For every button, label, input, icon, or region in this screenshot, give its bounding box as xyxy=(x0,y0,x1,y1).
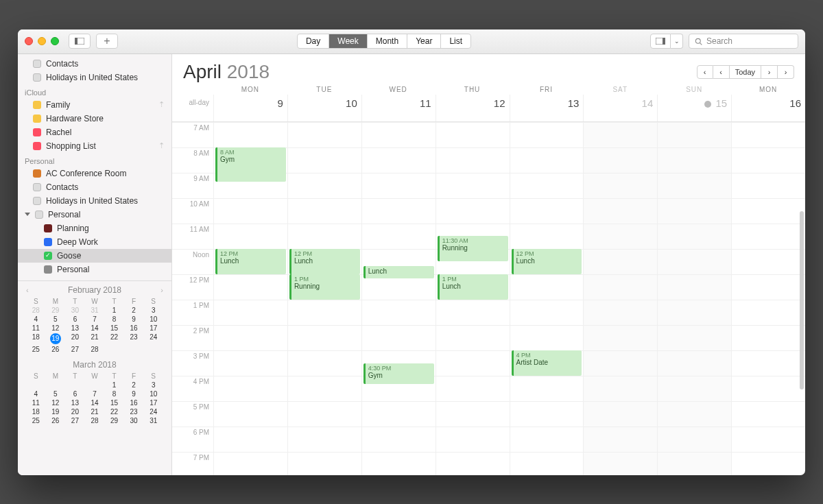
calendar-checkbox[interactable] xyxy=(44,252,52,260)
mini-day[interactable]: 11 xyxy=(26,399,46,407)
mini-day[interactable]: 13 xyxy=(65,399,85,407)
mini-day[interactable]: 28 xyxy=(85,417,105,424)
calendar-checkbox[interactable] xyxy=(33,142,41,150)
mini-prev-button[interactable]: ‹ xyxy=(26,286,29,294)
mini-day[interactable]: 20 xyxy=(65,333,85,344)
mini-day[interactable]: 25 xyxy=(26,417,46,424)
day-column[interactable]: 12 PMLunch1 PMRunning xyxy=(287,122,361,475)
next-week-button[interactable]: › xyxy=(778,65,794,79)
mini-day[interactable]: 22 xyxy=(104,333,124,344)
mini-next-button[interactable]: › xyxy=(160,286,163,294)
mini-day[interactable]: 1 xyxy=(104,381,124,389)
scrollbar[interactable] xyxy=(800,122,804,475)
scrollbar-thumb[interactable] xyxy=(800,211,804,389)
mini-day[interactable]: 20 xyxy=(65,408,85,416)
mini-day[interactable]: 10 xyxy=(143,315,163,323)
mini-day[interactable]: 8 xyxy=(104,315,124,323)
event[interactable]: 12 PMLunch xyxy=(512,249,582,274)
view-week[interactable]: Week xyxy=(329,34,367,48)
calendar-checkbox[interactable] xyxy=(33,197,41,205)
calendar-checkbox[interactable] xyxy=(33,73,41,82)
mini-day[interactable]: 7 xyxy=(85,390,105,398)
week-grid[interactable]: 7 AM8 AM9 AM10 AM11 AMNoon12 PM1 PM2 PM3… xyxy=(172,122,805,475)
disclosure-icon[interactable] xyxy=(25,213,30,216)
mini-day[interactable]: 28 xyxy=(26,307,46,314)
mini-day[interactable]: 21 xyxy=(85,333,105,344)
mini-day[interactable]: 24 xyxy=(143,333,163,344)
mini-day[interactable]: 9 xyxy=(124,315,144,323)
event[interactable]: 11:30 AMRunning xyxy=(438,236,508,261)
calendar-checkbox[interactable] xyxy=(35,211,43,219)
mini-day[interactable]: 1 xyxy=(104,307,124,314)
mini-day[interactable]: 11 xyxy=(26,324,46,332)
day-column[interactable] xyxy=(731,122,805,475)
date-cell[interactable]: 9 xyxy=(213,95,287,121)
mini-day[interactable]: 5 xyxy=(46,315,66,323)
mini-day[interactable]: 26 xyxy=(46,346,66,353)
minimize-icon[interactable] xyxy=(38,37,46,45)
mini-day[interactable]: 27 xyxy=(65,417,85,424)
mini-day[interactable]: 8 xyxy=(104,390,124,398)
mini-day[interactable]: 26 xyxy=(46,417,66,424)
event[interactable]: 8 AMGym xyxy=(215,147,286,182)
day-column[interactable] xyxy=(657,122,731,475)
calendar-item[interactable]: Planning xyxy=(18,221,171,235)
mini-day[interactable]: 2 xyxy=(124,381,144,389)
calendar-item[interactable]: Personal xyxy=(18,208,171,221)
mini-day[interactable]: 3 xyxy=(143,381,163,389)
mini-day[interactable]: 31 xyxy=(143,417,163,424)
calendar-item[interactable]: Rachel xyxy=(18,125,171,139)
inspector-button[interactable] xyxy=(650,34,671,49)
calendar-item[interactable]: Shopping List⇡ xyxy=(18,139,171,153)
mini-day[interactable]: 22 xyxy=(104,408,124,416)
calendar-item[interactable]: Holidays in United States xyxy=(18,194,171,208)
today-button[interactable]: Today xyxy=(730,65,761,79)
calendar-item[interactable]: Contacts xyxy=(18,57,171,71)
date-cell[interactable]: 16 xyxy=(731,95,805,121)
event[interactable]: 1 PMRunning xyxy=(289,274,360,300)
mini-day[interactable]: 15 xyxy=(104,324,124,332)
mini-day[interactable]: 10 xyxy=(143,390,163,398)
mini-day[interactable]: 27 xyxy=(65,346,85,353)
mini-day[interactable]: 3 xyxy=(143,307,163,314)
close-icon[interactable] xyxy=(25,37,33,45)
mini-day[interactable]: 13 xyxy=(65,324,85,332)
view-month[interactable]: Month xyxy=(368,34,407,48)
calendar-item[interactable]: Goose xyxy=(18,249,171,263)
event[interactable]: 12 PMLunch xyxy=(289,249,360,274)
view-year[interactable]: Year xyxy=(407,34,441,48)
day-column[interactable]: Lunch4:30 PMGym xyxy=(361,122,436,475)
calendar-item[interactable]: Holidays in United States xyxy=(18,71,171,84)
mini-day[interactable]: 24 xyxy=(143,408,163,416)
event[interactable]: 12 PMLunch xyxy=(215,249,286,274)
calendar-item[interactable]: Hardware Store xyxy=(18,112,171,125)
day-column[interactable]: 8 AMGym12 PMLunch xyxy=(213,122,287,475)
date-cell[interactable]: 14 xyxy=(583,95,657,121)
event[interactable]: 4:30 PMGym xyxy=(363,363,434,384)
calendar-checkbox[interactable] xyxy=(44,238,52,246)
calendar-item[interactable]: AC Conference Room xyxy=(18,167,171,180)
event[interactable]: Lunch xyxy=(363,266,434,278)
mini-day[interactable]: 23 xyxy=(124,408,144,416)
date-cell[interactable]: 12 xyxy=(436,95,510,121)
calendar-item[interactable]: Personal xyxy=(18,263,171,276)
calendar-checkbox[interactable] xyxy=(44,224,52,232)
mini-day[interactable]: 5 xyxy=(46,390,66,398)
add-event-button[interactable]: + xyxy=(96,34,118,49)
prev-week-button[interactable]: ‹ xyxy=(697,65,713,79)
mini-day[interactable]: 15 xyxy=(104,399,124,407)
calendar-checkbox[interactable] xyxy=(33,60,41,68)
mini-day[interactable]: 18 xyxy=(26,333,46,344)
event[interactable]: 1 PMLunch xyxy=(438,274,508,300)
mini-day[interactable]: 28 xyxy=(85,346,105,353)
date-cell[interactable]: 11 xyxy=(361,95,436,121)
mini-day[interactable]: 31 xyxy=(85,307,105,314)
mini-day[interactable]: 4 xyxy=(26,390,46,398)
mini-day[interactable]: 17 xyxy=(143,324,163,332)
view-day[interactable]: Day xyxy=(298,34,329,48)
date-cell[interactable]: 15 xyxy=(657,95,731,121)
calendar-checkbox[interactable] xyxy=(44,265,52,274)
mini-day[interactable]: 23 xyxy=(124,333,144,344)
calendar-checkbox[interactable] xyxy=(33,169,41,178)
mini-day[interactable]: 29 xyxy=(46,307,66,314)
